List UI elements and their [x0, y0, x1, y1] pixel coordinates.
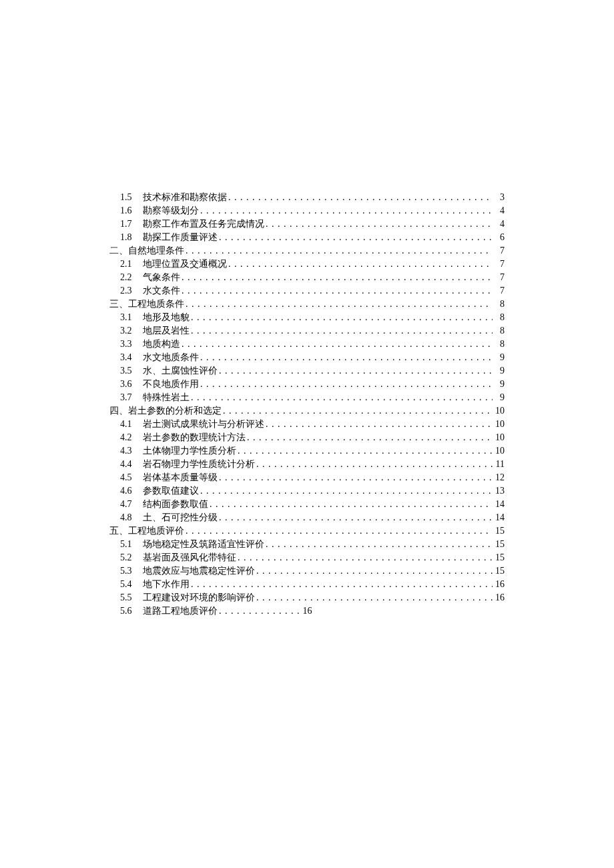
toc-entry: 二、自然地理条件 . . . . . . . . . . . . . . . .… [109, 244, 505, 258]
toc-entry: 5.2基岩面及强风化带特征. . . . . . . . . . . . . .… [109, 551, 505, 564]
toc-entry-number: 4.2 [109, 431, 143, 444]
toc-leader-dots: . . . . . . . . . . . . . . . . . . . . … [182, 284, 493, 298]
toc-entry-page: 12 [494, 471, 505, 484]
table-of-contents: 1.5技术标准和勘察依据. . . . . . . . . . . . . . … [109, 191, 505, 618]
toc-entry-number: 5.1 [109, 538, 143, 551]
toc-entry: 2.3水文条件. . . . . . . . . . . . . . . . .… [109, 284, 505, 298]
toc-entry-number: 4.8 [109, 511, 143, 524]
toc-entry: 3.7特殊性岩土. . . . . . . . . . . . . . . . … [109, 391, 505, 404]
toc-entry-page: 7 [494, 258, 505, 271]
toc-entry-number: 三、 [109, 298, 128, 311]
toc-entry-page: 8 [494, 338, 505, 351]
toc-entry-page: 6 [494, 231, 505, 244]
toc-entry-page: 3 [494, 191, 505, 204]
toc-entry: 3.6不良地质作用. . . . . . . . . . . . . . . .… [109, 378, 505, 391]
toc-entry-title: 特殊性岩土 [143, 391, 190, 404]
toc-entry-title: 气象条件 [143, 271, 180, 284]
toc-entry-number: 3.7 [109, 391, 143, 404]
toc-entry: 4.6参数取值建议. . . . . . . . . . . . . . . .… [109, 484, 505, 498]
toc-entry-number: 3.3 [109, 338, 143, 351]
toc-leader-dots: . . . . . . . . . . . . . . . . . . . . … [256, 591, 493, 604]
toc-entry-number: 4.4 [109, 458, 143, 471]
toc-entry-title: 水文地质条件 [143, 351, 199, 364]
toc-leader-dots: . . . . . . . . . . . . . . . . . . . . … [238, 551, 493, 564]
toc-entry-title: 土、石可挖性分级 [143, 511, 218, 524]
toc-leader-dots: . . . . . . . . . . . . . . . . . . . . … [266, 418, 493, 431]
toc-entry: 3.3地质构造. . . . . . . . . . . . . . . . .… [109, 338, 505, 351]
toc-entry-title: 水、土腐蚀性评价 [143, 364, 218, 378]
toc-entry-page: 13 [494, 484, 505, 498]
toc-entry-number: 1.6 [109, 204, 143, 218]
toc-entry: 5.3地震效应与地震稳定性评价. . . . . . . . . . . . .… [109, 564, 505, 578]
toc-entry-number: 5.6 [109, 604, 143, 618]
toc-leader-dots: . . . . . . . . . . . . . . . . . . . . … [228, 258, 493, 271]
toc-entry-number: 五、 [109, 524, 128, 538]
toc-entry-title: 勘察工作布置及任务完成情况 [143, 218, 264, 231]
toc-entry-title: 水文条件 [143, 284, 180, 298]
toc-entry-page: 8 [494, 324, 505, 338]
toc-entry-title: 土体物理力学性质分析 [143, 444, 236, 458]
toc-entry-title: 道路工程地质评价 [143, 604, 218, 618]
toc-entry: 4.4岩石物理力学性质统计分析. . . . . . . . . . . . .… [109, 458, 505, 471]
toc-entry-title: 场地稳定性及筑路适宜性评价 [143, 538, 264, 551]
toc-entry: 五、工程地质评价 . . . . . . . . . . . . . . . .… [109, 524, 505, 538]
toc-entry-number: 3.1 [109, 311, 143, 324]
toc-entry-page: 10 [494, 431, 505, 444]
toc-entry-title: 地质构造 [143, 338, 180, 351]
toc-leader-dots: . . . . . . . . . . . . . . . . . . . . … [210, 498, 493, 511]
toc-leader-dots: . . . . . . . . . . . . . . . . . . . . … [200, 351, 493, 364]
toc-entry-page: 8 [494, 298, 505, 311]
toc-entry-title: 技术标准和勘察依据 [143, 191, 227, 204]
toc-entry-title: 勘察等级划分 [143, 204, 199, 218]
toc-leader-dots: . . . . . . . . . . . . . . . . . . . . … [238, 444, 493, 458]
toc-leader-dots: . . . . . . . . . . . . . . . . . . . . … [191, 324, 493, 338]
toc-leader-dots: . . . . . . . . . . . . . . . . . . . . … [256, 564, 493, 578]
toc-entry-title: 岩土参数的分析和选定 [128, 404, 222, 418]
toc-entry-title: 地理位置及交通概况 [143, 258, 227, 271]
toc-entry: 3.5水、土腐蚀性评价. . . . . . . . . . . . . . .… [109, 364, 505, 378]
toc-entry-number: 5.4 [109, 578, 143, 591]
toc-leader-dots: . . . . . . . . . . . . . . . . . . . . … [200, 484, 493, 498]
toc-entry-title: 勘探工作质量评述 [143, 231, 218, 244]
toc-leader-dots: . . . . . . . . . . . . . . . . . . . . … [191, 391, 493, 404]
toc-entry: 5.6道路工程地质评价. . . . . . . . . . . . . .16 [109, 604, 505, 618]
toc-entry-page: 15 [494, 524, 505, 538]
toc-entry-number: 二、 [109, 244, 128, 258]
toc-leader-dots: . . . . . . . . . . . . . . . . . . . . … [191, 578, 493, 591]
toc-entry-page: 14 [494, 498, 505, 511]
toc-entry-page: 7 [494, 244, 505, 258]
toc-leader-dots: . . . . . . . . . . . . . . . . . . . . … [256, 458, 493, 471]
toc-entry-title: 基岩面及强风化带特征 [143, 551, 236, 564]
toc-leader-dots: . . . . . . . . . . . . . . . . . . . . … [186, 524, 493, 538]
toc-entry: 4.7结构面参数取值. . . . . . . . . . . . . . . … [109, 498, 505, 511]
toc-entry-number: 2.2 [109, 271, 143, 284]
toc-leader-dots: . . . . . . . . . . . . . . . . . . . . … [219, 471, 493, 484]
toc-entry: 3.4水文地质条件. . . . . . . . . . . . . . . .… [109, 351, 505, 364]
toc-entry-number: 4.3 [109, 444, 143, 458]
toc-entry-page: 15 [494, 551, 505, 564]
toc-entry-page: 9 [494, 378, 505, 391]
toc-entry-page: 15 [494, 564, 505, 578]
toc-entry-number: 3.4 [109, 351, 143, 364]
toc-entry: 3.1地形及地貌. . . . . . . . . . . . . . . . … [109, 311, 505, 324]
toc-entry-page: 16 [494, 591, 505, 604]
toc-entry-number: 4.6 [109, 484, 143, 498]
toc-entry-number: 4.1 [109, 418, 143, 431]
toc-entry-title: 地下水作用 [143, 578, 190, 591]
toc-entry-page: 14 [494, 511, 505, 524]
toc-entry-title: 不良地质作用 [143, 378, 199, 391]
toc-entry-title: 地震效应与地震稳定性评价 [143, 564, 255, 578]
toc-entry-page: 16 [302, 604, 312, 618]
toc-entry-number: 3.6 [109, 378, 143, 391]
toc-leader-dots: . . . . . . . . . . . . . . . . . . . . … [182, 271, 493, 284]
toc-entry-title: 工程地质评价 [128, 524, 184, 538]
toc-entry-title: 地形及地貌 [143, 311, 190, 324]
toc-leader-dots: . . . . . . . . . . . . . . . . . . . . … [247, 431, 493, 444]
toc-entry-title: 自然地理条件 [128, 244, 184, 258]
toc-leader-dots: . . . . . . . . . . . . . . . . . . . . … [186, 298, 493, 311]
toc-leader-dots: . . . . . . . . . . . . . . . . . . . . … [266, 538, 493, 551]
toc-entry-number: 5.3 [109, 564, 143, 578]
toc-entry-page: 15 [494, 538, 505, 551]
toc-entry: 5.4地下水作用. . . . . . . . . . . . . . . . … [109, 578, 505, 591]
toc-entry-page: 10 [494, 404, 505, 418]
